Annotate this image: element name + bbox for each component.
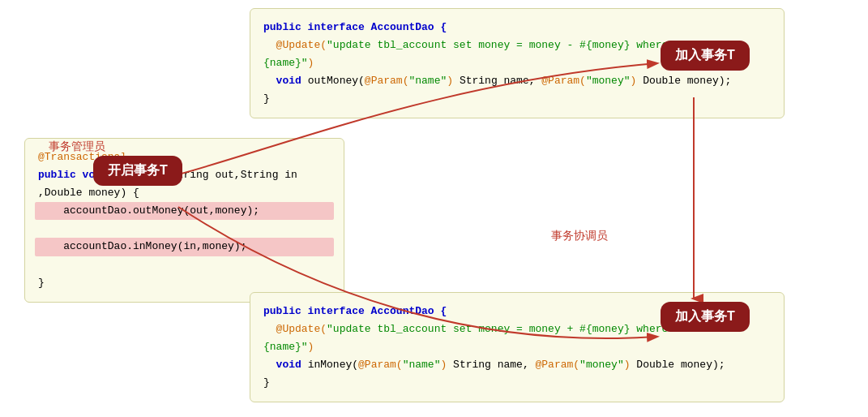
- badge-start-label: 开启事务T: [108, 163, 168, 177]
- middle-highlight-2: accountDao.inMoney(in,money);: [35, 238, 334, 256]
- middle-line-5: }: [38, 277, 45, 289]
- top-line-4: }: [263, 92, 270, 105]
- bottom-line-4: }: [263, 376, 270, 389]
- badge-join-top: 加入事务T: [661, 41, 750, 71]
- bottom-line-3: void inMoney(@Param("name") String name,…: [276, 359, 725, 371]
- badge-join-bottom-label: 加入事务T: [675, 309, 735, 323]
- bottom-annotation-1: @Update("update tbl_account set money = …: [263, 323, 725, 353]
- badge-start-transaction: 开启事务T: [93, 156, 182, 186]
- badge-join-bottom: 加入事务T: [661, 302, 750, 332]
- label-transaction-manager: 事务管理员: [49, 140, 105, 154]
- top-line-1: public interface AccountDao {: [263, 21, 447, 33]
- middle-code-box: @Transactional public void transfer(Stri…: [24, 138, 344, 303]
- middle-highlight-1: accountDao.outMoney(out,money);: [35, 202, 334, 220]
- badge-join-top-label: 加入事务T: [675, 48, 735, 62]
- top-annotation-1: @Update("update tbl_account set money = …: [263, 39, 725, 69]
- label-transaction-coordinator: 事务协调员: [551, 229, 608, 243]
- bottom-line-1: public interface AccountDao {: [263, 305, 447, 317]
- top-line-3: void outMoney(@Param("name") String name…: [276, 75, 732, 87]
